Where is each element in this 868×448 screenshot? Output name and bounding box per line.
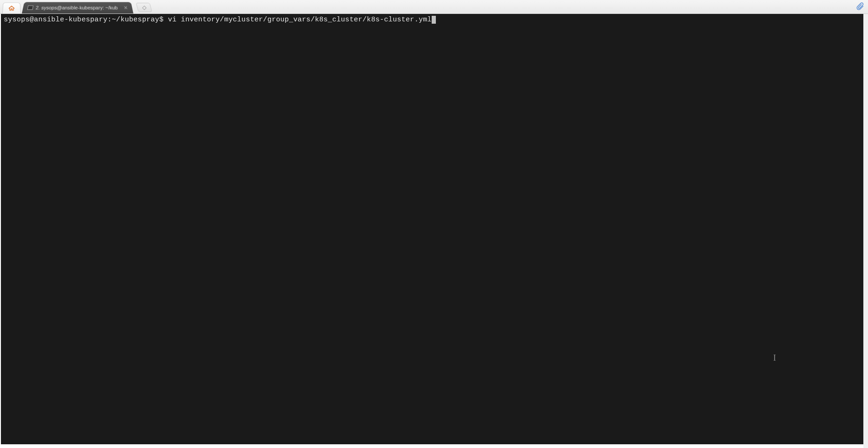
terminal-command: vi inventory/mycluster/group_vars/k8s_cl…: [168, 16, 431, 24]
svg-point-0: [11, 7, 12, 7]
terminal-tab[interactable]: 2. sysops@ansible-kubespary: ~/kub ×: [22, 2, 133, 13]
terminal-cursor: [432, 16, 436, 24]
home-icon: [8, 5, 15, 11]
home-tab[interactable]: [2, 2, 21, 13]
terminal-prompt: sysops@ansible-kubespary:~/kubespray$: [4, 16, 168, 24]
text-cursor-indicator: I: [773, 353, 776, 363]
tab-title: 2. sysops@ansible-kubespary: ~/kub: [35, 5, 122, 10]
scrollbar[interactable]: [863, 14, 868, 448]
terminal-line: sysops@ansible-kubespary:~/kubespray$ vi…: [4, 16, 861, 24]
new-tab-button[interactable]: ◇: [136, 3, 152, 12]
close-tab-button[interactable]: ×: [123, 4, 128, 11]
terminal-icon: [27, 6, 33, 10]
terminal-content[interactable]: sysops@ansible-kubespary:~/kubespray$ vi…: [1, 14, 863, 444]
new-tab-icon: ◇: [142, 4, 146, 11]
tab-bar: 2. sysops@ansible-kubespary: ~/kub × ◇: [0, 0, 868, 14]
attachment-icon[interactable]: [856, 2, 864, 11]
